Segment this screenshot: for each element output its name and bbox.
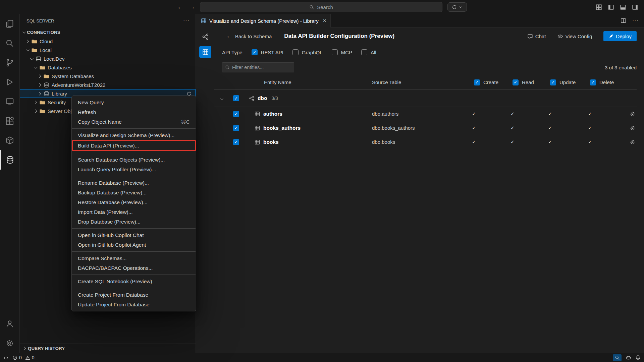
editor-actions: ··· xyxy=(621,14,644,27)
tab-visualize-design-schema[interactable]: Visualize and Design Schema (Preview) - … xyxy=(196,14,331,27)
editor-more-actions-icon[interactable]: ··· xyxy=(632,18,639,24)
sidebar-more-actions-icon[interactable]: ··· xyxy=(183,18,190,24)
row-settings-gear-icon[interactable] xyxy=(630,125,637,131)
row-checkbox[interactable] xyxy=(233,125,239,131)
create-all-checkbox[interactable] xyxy=(474,79,480,85)
package-explorer-icon[interactable] xyxy=(0,131,19,150)
notifications-bell-icon[interactable] xyxy=(635,355,641,360)
menu-item-label: DACPAC/BACPAC Operations... xyxy=(78,265,153,271)
designer-body: ← Back to Schema Data API Builder Config… xyxy=(196,27,644,353)
tree-item-local[interactable]: Local xyxy=(20,46,196,54)
menu-item-search-database-objects[interactable]: Search Database Objects (Preview)... xyxy=(72,155,196,165)
tree-item-localdev[interactable]: LocalDev xyxy=(20,54,196,63)
menu-item-create-sql-notebook[interactable]: Create SQL Notebook (Preview) xyxy=(72,277,196,286)
menu-item-dacpac-bacpac[interactable]: DACPAC/BACPAC Operations... xyxy=(72,263,196,273)
api-option-all[interactable]: All xyxy=(361,49,376,55)
remote-explorer-icon[interactable] xyxy=(0,92,19,111)
session-dropdown-button[interactable] xyxy=(447,2,467,12)
row-settings-gear-icon[interactable] xyxy=(630,139,637,145)
menu-item-import-data[interactable]: Import Data (Preview)... xyxy=(72,207,196,217)
checkbox-unchecked[interactable] xyxy=(332,49,338,55)
checkbox-unchecked[interactable] xyxy=(292,49,299,55)
menu-item-backup-database[interactable]: Backup Database (Preview)... xyxy=(72,188,196,197)
filter-entities-input-wrap[interactable] xyxy=(222,62,294,72)
chat-button[interactable]: Chat xyxy=(527,34,546,39)
checkbox-unchecked[interactable] xyxy=(361,49,367,55)
menu-item-compare-schemas[interactable]: Compare Schemas... xyxy=(72,253,196,263)
menu-item-update-project-from-database[interactable]: Update Project From Database xyxy=(72,300,196,309)
extensions-icon[interactable] xyxy=(0,111,19,131)
source-control-icon[interactable] xyxy=(0,53,19,72)
toggle-panel-button[interactable] xyxy=(619,3,627,11)
menu-item-build-data-api[interactable]: Build Data API (Preview)... xyxy=(72,140,196,151)
schema-diagram-view-button[interactable] xyxy=(196,29,214,44)
menu-item-label: Visualize and Design Schema (Preview)... xyxy=(78,132,174,138)
settings-gear-icon[interactable] xyxy=(0,334,19,353)
toggle-secondary-sidebar-button[interactable] xyxy=(631,3,639,11)
schema-group-row[interactable]: dbo 3/3 xyxy=(214,90,637,107)
explorer-icon[interactable] xyxy=(0,14,19,34)
remote-indicator-icon[interactable] xyxy=(3,355,8,360)
copilot-status-icon[interactable] xyxy=(626,355,631,361)
connections-section-header[interactable]: CONNECTIONS xyxy=(20,27,196,37)
accounts-icon[interactable] xyxy=(0,314,19,334)
view-config-label: View Config xyxy=(566,34,592,39)
entities-table: Entity Name Source Table Create Read Upd… xyxy=(214,75,637,149)
checkbox-checked[interactable] xyxy=(252,49,258,55)
menu-item-drop-database[interactable]: Drop Database (Preview)... xyxy=(72,217,196,227)
row-checkbox[interactable] xyxy=(233,139,239,145)
toggle-primary-sidebar-button[interactable] xyxy=(607,3,614,11)
table-view-button[interactable] xyxy=(196,44,214,60)
tree-item-databases[interactable]: Databases xyxy=(20,63,196,72)
menu-item-open-copilot-agent[interactable]: Open in GitHub Copilot Agent xyxy=(72,240,196,250)
menu-item-rename-database[interactable]: Rename Database (Preview)... xyxy=(72,178,196,188)
api-option-label: GraphQL xyxy=(302,50,323,55)
search-command-center[interactable]: Search xyxy=(200,2,442,12)
table-row-books-authors[interactable]: books_authors dbo.books_authors xyxy=(214,121,637,135)
chevron-right-icon xyxy=(25,40,29,43)
designer-toolbar xyxy=(196,29,214,60)
search-sidebar-icon[interactable] xyxy=(0,34,19,53)
split-editor-icon[interactable] xyxy=(621,18,626,23)
forward-arrow-icon[interactable]: → xyxy=(189,3,195,11)
run-debug-icon[interactable] xyxy=(0,72,19,92)
menu-item-new-query[interactable]: New Query xyxy=(72,98,196,107)
tree-item-cloud[interactable]: Cloud xyxy=(20,37,196,46)
row-checkbox[interactable] xyxy=(233,111,239,117)
view-config-button[interactable]: View Config xyxy=(557,34,592,39)
menu-item-copy-object-name[interactable]: Copy Object Name ⌘C xyxy=(72,117,196,127)
group-checkbox[interactable] xyxy=(233,95,239,101)
back-arrow-icon[interactable]: ← xyxy=(177,3,183,11)
update-all-checkbox[interactable] xyxy=(550,79,556,85)
tree-item-system-databases[interactable]: System Databases xyxy=(20,72,196,80)
problems-status[interactable]: 0 0 xyxy=(12,355,35,360)
chevron-down-icon[interactable] xyxy=(214,96,233,101)
menu-item-launch-query-profiler[interactable]: Launch Query Profiler (Preview)... xyxy=(72,165,196,174)
menu-item-refresh[interactable]: Refresh xyxy=(72,107,196,117)
delete-all-checkbox[interactable] xyxy=(590,79,596,85)
deploy-button[interactable]: Deploy xyxy=(603,31,637,41)
table-row-books[interactable]: books dbo.books xyxy=(214,135,637,149)
api-option-rest[interactable]: REST API xyxy=(252,49,283,55)
filter-entities-input[interactable] xyxy=(232,65,291,70)
database-icon xyxy=(44,91,49,97)
menu-item-visualize-design-schema[interactable]: Visualize and Design Schema (Preview)... xyxy=(72,130,196,140)
menu-separator xyxy=(72,275,196,275)
zoom-status-icon[interactable] xyxy=(613,354,622,361)
sql-server-viewlet-icon[interactable] xyxy=(0,150,19,170)
folder-icon xyxy=(32,39,37,44)
query-history-section-header[interactable]: QUERY HISTORY xyxy=(20,344,196,353)
back-to-schema-link[interactable]: ← Back to Schema xyxy=(226,33,272,40)
menu-item-create-project-from-database[interactable]: Create Project From Database xyxy=(72,290,196,300)
col-delete-label: Delete xyxy=(599,79,614,85)
tree-item-adventureworkslt2022[interactable]: AdventureWorksLT2022 xyxy=(20,80,196,89)
read-all-checkbox[interactable] xyxy=(513,79,519,85)
customize-layout-button[interactable] xyxy=(595,3,602,11)
api-option-mcp[interactable]: MCP xyxy=(332,49,352,55)
menu-item-restore-database[interactable]: Restore Database (Preview)... xyxy=(72,197,196,207)
menu-item-open-copilot-chat[interactable]: Open in GitHub Copilot Chat xyxy=(72,230,196,240)
table-row-authors[interactable]: authors dbo.authors xyxy=(214,107,637,121)
row-settings-gear-icon[interactable] xyxy=(630,111,637,117)
close-icon[interactable]: × xyxy=(323,17,326,24)
api-option-graphql[interactable]: GraphQL xyxy=(292,49,323,55)
